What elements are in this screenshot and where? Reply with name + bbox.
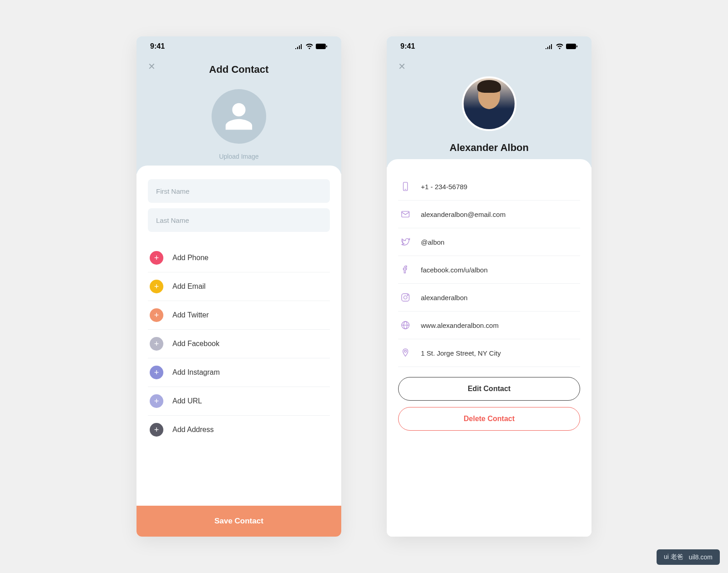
- wifi-icon: [556, 44, 563, 49]
- add-twitter-row[interactable]: +Add Twitter: [148, 301, 330, 330]
- detail-content: +1 - 234-56789 alexanderalbon@email.com …: [387, 159, 592, 537]
- svg-rect-3: [576, 45, 577, 47]
- add-instagram-row[interactable]: +Add Instagram: [148, 358, 330, 387]
- close-row: ✕: [387, 56, 592, 72]
- contact-photo[interactable]: [462, 76, 516, 131]
- add-label: Add Facebook: [172, 340, 219, 348]
- address-row[interactable]: 1 St. Jorge Street, NY City: [398, 339, 580, 367]
- svg-point-13: [404, 350, 407, 352]
- facebook-icon: [400, 264, 411, 275]
- status-time: 9:41: [400, 42, 415, 50]
- contact-avatar-wrap: Alexander Albon: [387, 76, 592, 154]
- close-icon[interactable]: ✕: [398, 61, 406, 71]
- signal-icon: [295, 44, 303, 49]
- signal-icon: [545, 44, 553, 49]
- location-icon: [400, 347, 411, 358]
- plus-icon: +: [150, 423, 163, 437]
- url-value: www.alexanderalbon.com: [421, 322, 499, 329]
- add-list: +Add Phone +Add Email +Add Twitter +Add …: [148, 244, 330, 444]
- add-facebook-row[interactable]: +Add Facebook: [148, 330, 330, 358]
- form-content: +Add Phone +Add Email +Add Twitter +Add …: [136, 166, 341, 506]
- battery-icon: [316, 44, 328, 49]
- email-icon: [400, 209, 411, 220]
- email-value: alexanderalbon@email.com: [421, 211, 506, 218]
- add-label: Add Instagram: [172, 368, 220, 377]
- twitter-row[interactable]: @albon: [398, 228, 580, 256]
- svg-rect-2: [566, 44, 576, 49]
- wifi-icon: [306, 44, 313, 49]
- url-row[interactable]: www.alexanderalbon.com: [398, 312, 580, 339]
- detail-list: +1 - 234-56789 alexanderalbon@email.com …: [398, 173, 580, 367]
- svg-rect-0: [316, 44, 326, 49]
- add-label: Add Phone: [172, 254, 208, 262]
- globe-icon: [400, 320, 411, 331]
- add-email-row[interactable]: +Add Email: [148, 272, 330, 301]
- plus-icon: +: [150, 366, 163, 379]
- plus-icon: +: [150, 394, 163, 408]
- plus-icon: +: [150, 280, 163, 293]
- status-bar: 9:41: [387, 36, 592, 56]
- svg-point-9: [407, 295, 408, 296]
- add-address-row[interactable]: +Add Address: [148, 416, 330, 444]
- facebook-value: facebook.com/u/albon: [421, 266, 488, 274]
- phone-row[interactable]: +1 - 234-56789: [398, 173, 580, 201]
- add-label: Add Address: [172, 426, 214, 434]
- delete-contact-button[interactable]: Delete Contact: [398, 407, 580, 431]
- person-icon: [223, 101, 255, 132]
- upload-label: Upload Image: [219, 153, 258, 160]
- contact-name: Alexander Albon: [450, 142, 529, 154]
- last-name-input[interactable]: [148, 208, 330, 232]
- add-url-row[interactable]: +Add URL: [148, 387, 330, 416]
- instagram-icon: [400, 292, 411, 303]
- instagram-value: alexanderalbon: [421, 294, 468, 302]
- address-value: 1 St. Jorge Street, NY City: [421, 349, 501, 357]
- facebook-row[interactable]: facebook.com/u/albon: [398, 256, 580, 284]
- plus-icon: +: [150, 337, 163, 351]
- watermark-text: ui 老爸: [664, 553, 683, 561]
- twitter-value: @albon: [421, 238, 445, 246]
- status-icons: [295, 44, 328, 49]
- status-icons: [545, 44, 578, 49]
- twitter-icon: [400, 236, 411, 247]
- phone-icon: [400, 181, 411, 192]
- plus-icon: +: [150, 308, 163, 322]
- svg-rect-1: [326, 45, 327, 47]
- add-label: Add Email: [172, 282, 206, 291]
- plus-icon: +: [150, 251, 163, 265]
- add-label: Add URL: [172, 397, 202, 405]
- add-phone-row[interactable]: +Add Phone: [148, 244, 330, 272]
- edit-contact-button[interactable]: Edit Contact: [398, 377, 580, 401]
- add-label: Add Twitter: [172, 311, 209, 319]
- close-icon[interactable]: ✕: [148, 61, 156, 71]
- email-row[interactable]: alexanderalbon@email.com: [398, 201, 580, 228]
- header-section: 9:41 ✕ Add Contact Upload Image: [136, 36, 341, 174]
- svg-point-8: [404, 296, 407, 299]
- contact-detail-screen: 9:41 ✕ Alexander Albon +1 - 234-56789 al…: [387, 36, 592, 537]
- header-section: 9:41 ✕ Alexander Albon: [387, 36, 592, 167]
- page-title: Add Contact: [136, 64, 341, 75]
- status-time: 9:41: [150, 42, 165, 50]
- watermark: ui 老爸 uil8.com: [657, 549, 720, 565]
- status-bar: 9:41: [136, 36, 341, 56]
- save-contact-button[interactable]: Save Contact: [136, 506, 341, 537]
- avatar-placeholder: [212, 89, 266, 144]
- first-name-input[interactable]: [148, 179, 330, 203]
- instagram-row[interactable]: alexanderalbon: [398, 284, 580, 312]
- add-contact-screen: 9:41 ✕ Add Contact Upload Image +Add Pho…: [136, 36, 341, 537]
- svg-rect-6: [402, 211, 410, 217]
- action-buttons: Edit Contact Delete Contact: [398, 377, 580, 444]
- avatar-upload[interactable]: Upload Image: [136, 89, 341, 160]
- watermark-url: uil8.com: [689, 553, 713, 561]
- phone-value: +1 - 234-56789: [421, 183, 467, 191]
- battery-icon: [566, 44, 578, 49]
